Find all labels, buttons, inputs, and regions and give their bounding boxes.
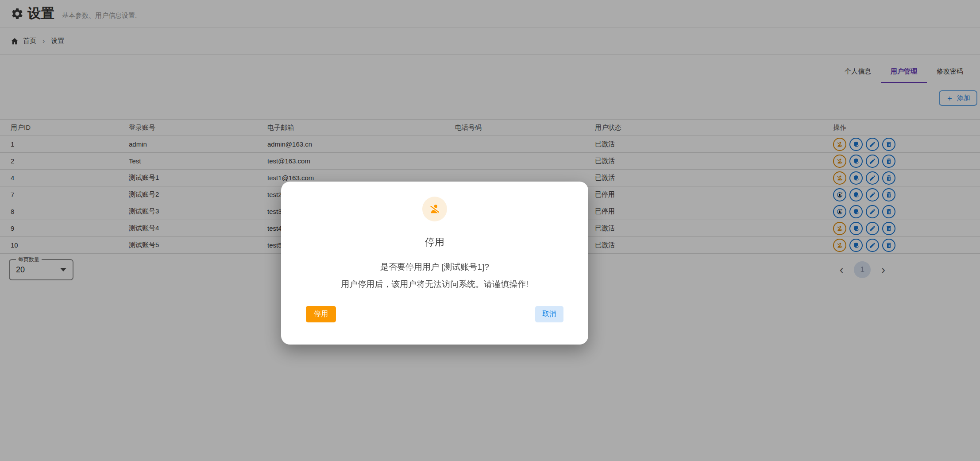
cancel-button[interactable]: 取消 [535, 306, 563, 322]
disable-user-modal: 停用 是否要停用用户 [测试账号1]? 用户停用后，该用户将无法访问系统。请谨慎… [281, 182, 588, 345]
modal-message-line2: 用户停用后，该用户将无法访问系统。请谨慎操作! [341, 279, 528, 290]
modal-message-line1: 是否要停用用户 [测试账号1]? [380, 261, 489, 273]
confirm-disable-button[interactable]: 停用 [306, 306, 336, 322]
modal-actions: 停用 取消 [281, 306, 588, 322]
user-slash-badge [422, 197, 447, 221]
user-slash-icon [428, 203, 441, 215]
modal-title: 停用 [425, 236, 444, 249]
